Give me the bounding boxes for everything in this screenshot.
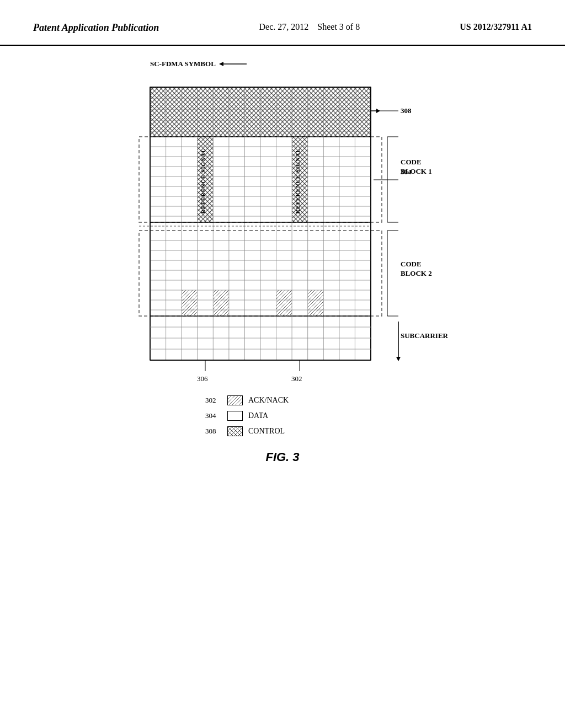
ref-signal-label-1: REFERENCE SIGNAL bbox=[200, 148, 206, 214]
patent-number: US 2012/327911 A1 bbox=[460, 22, 532, 32]
legend-item-308: 308 CONTROL bbox=[205, 426, 448, 436]
sheet-info: Sheet 3 of 8 bbox=[317, 22, 360, 31]
sc-fdma-label: SC-FDMA SYMBOL bbox=[150, 60, 247, 68]
svg-rect-94 bbox=[228, 427, 243, 436]
legend-box-data bbox=[227, 411, 243, 421]
figure-title: FIG. 3 bbox=[117, 450, 448, 464]
diagram-wrapper: SC-FDMA SYMBOL bbox=[117, 79, 448, 464]
svg-rect-62 bbox=[308, 290, 324, 316]
num-306: 306 bbox=[197, 374, 208, 383]
svg-rect-60 bbox=[213, 290, 229, 316]
page-header: Patent Application Publication Dec. 27, … bbox=[0, 0, 565, 46]
legend: 302 ACK/NACK 304 bbox=[205, 395, 448, 436]
main-content: SC-FDMA SYMBOL bbox=[0, 46, 565, 475]
legend-num-302: 302 bbox=[205, 396, 222, 405]
code-block-2-label: CODE bbox=[401, 260, 422, 268]
svg-marker-84 bbox=[376, 109, 380, 113]
legend-box-ack bbox=[227, 395, 243, 405]
legend-num-308: 308 bbox=[205, 427, 222, 436]
header-center: Dec. 27, 2012 Sheet 3 of 8 bbox=[259, 22, 360, 32]
legend-label-control: CONTROL bbox=[248, 427, 285, 436]
svg-rect-59 bbox=[182, 290, 198, 316]
figure-container: SC-FDMA SYMBOL bbox=[89, 79, 476, 464]
legend-label-data: DATA bbox=[248, 411, 268, 420]
svg-rect-88 bbox=[228, 396, 243, 405]
svg-rect-61 bbox=[276, 290, 292, 316]
label-308-right: 308 bbox=[401, 106, 412, 115]
svg-marker-80 bbox=[396, 357, 401, 361]
legend-num-304: 304 bbox=[205, 411, 222, 420]
legend-item-302: 302 ACK/NACK bbox=[205, 395, 448, 405]
publication-title: Patent Application Publication bbox=[33, 22, 159, 34]
publication-date: Dec. 27, 2012 bbox=[259, 22, 309, 31]
subcarrier-label: SUBCARRIER bbox=[401, 331, 449, 340]
svg-marker-1 bbox=[219, 62, 223, 66]
ref-signal-label-2: REFERENCE SIGNAL bbox=[295, 148, 301, 214]
diagram-svg: REFERENCE SIGNAL REFERENCE SIGNAL bbox=[117, 84, 448, 388]
legend-label-ack: ACK/NACK bbox=[248, 396, 289, 405]
svg-rect-89 bbox=[228, 411, 243, 421]
legend-item-304: 304 DATA bbox=[205, 411, 448, 421]
svg-text:BLOCK 2: BLOCK 2 bbox=[401, 269, 432, 277]
legend-box-control bbox=[227, 426, 243, 436]
num-302: 302 bbox=[291, 374, 302, 383]
code-block-1-label: CODE bbox=[401, 158, 422, 166]
svg-text:BLOCK 1: BLOCK 1 bbox=[401, 167, 432, 175]
